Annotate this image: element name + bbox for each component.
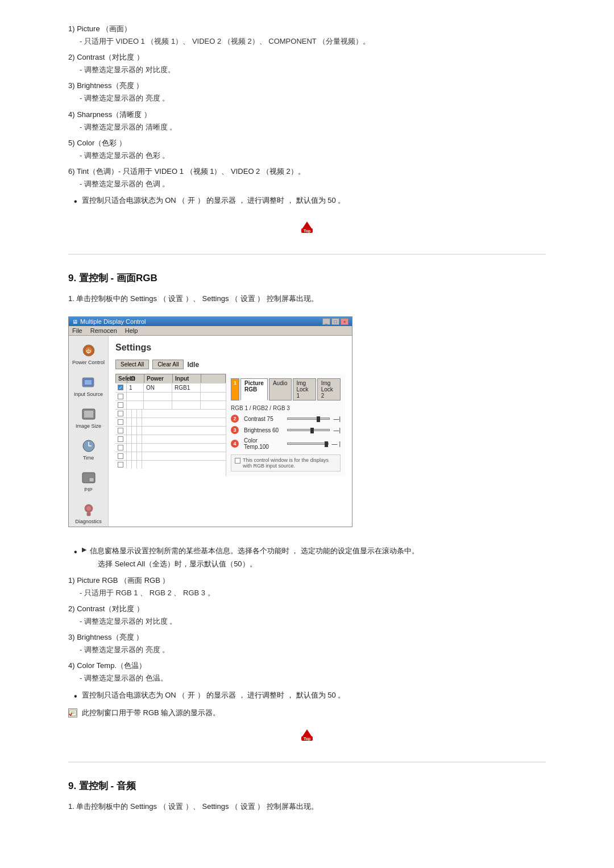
nav-diagnostics-label: Diagnostics xyxy=(75,519,102,524)
cell-check-1[interactable]: ✓ xyxy=(115,383,127,392)
svg-rect-17 xyxy=(87,512,90,516)
cell-id-3 xyxy=(127,401,144,409)
right-panel: 1 Picture RGB Audio Img Lock 1 Img Lock … xyxy=(226,374,345,476)
contrast-end: —| xyxy=(333,416,341,422)
svg-point-16 xyxy=(86,506,91,511)
rgb-item-4-sub: - 调整选定显示器的 色温。 xyxy=(80,672,546,685)
nav-image-size[interactable]: Image Size xyxy=(74,404,102,431)
close-button[interactable]: × xyxy=(341,318,349,325)
colortemp-slider-row: 4 Color Temp.100 — | xyxy=(231,437,341,450)
table-row xyxy=(115,400,226,409)
nav-diagnostics[interactable]: Diagnostics xyxy=(74,499,103,527)
maximize-button[interactable]: □ xyxy=(331,318,339,325)
cell-check-8[interactable] xyxy=(115,444,127,452)
nav-input-source[interactable]: Input Source xyxy=(73,372,104,399)
cell-check-3[interactable] xyxy=(115,401,127,409)
brightness-label: Brightness 60 xyxy=(244,427,284,433)
table-row xyxy=(115,426,226,435)
svg-marker-1 xyxy=(302,222,312,228)
list-item-1: 1) Picture （画面） - 只适用于 VIDEO 1 （视频 1）、 V… xyxy=(68,23,546,48)
info-text: This control window is for the displays … xyxy=(243,457,337,469)
tab-img-lock-2[interactable]: Img Lock 2 xyxy=(317,378,341,400)
contrast-label: Contrast 75 xyxy=(244,416,284,422)
rgb-item-4: 4) Color Temp.（色温） - 调整选定显示器的 色温。 xyxy=(68,660,546,685)
rgb-item-3: 3) Brightness（亮度 ） - 调整选定显示器的 亮度 。 xyxy=(68,631,546,656)
cell-input-1: RGB1 xyxy=(172,383,201,392)
power-icon: ⏻ xyxy=(81,343,97,358)
cell-check-4[interactable] xyxy=(115,410,127,418)
table-row xyxy=(115,460,226,469)
svg-marker-22 xyxy=(302,729,312,736)
colortemp-badge: 4 xyxy=(231,440,239,448)
input-source-icon xyxy=(80,374,96,390)
window-body: ⏻ Power Control Input Source xyxy=(69,336,352,527)
colortemp-end: — | xyxy=(332,441,341,447)
nav-pip-label: PIP xyxy=(84,487,93,493)
svg-text:Top: Top xyxy=(304,737,310,741)
section9b-title: 9. 置控制 - 音频 xyxy=(68,779,546,792)
bullet-text-2: 置控制只适合电源状态为 ON （ 开 ） 的显示器 ， 进行调整时 ， 默认值为… xyxy=(82,688,346,702)
tri-icon: ▶ xyxy=(82,544,86,556)
select-all-button[interactable]: Select All xyxy=(115,360,149,369)
list-item-3: 3) Brightness（亮度 ） - 调整选定显示器的 亮度 。 xyxy=(68,80,546,105)
settings-heading: Settings xyxy=(115,343,345,353)
tab-audio[interactable]: Audio xyxy=(269,378,292,400)
item-num: 3) Brightness（亮度 ） xyxy=(68,81,143,90)
section1: 1) Picture （画面） - 只适用于 VIDEO 1 （视频 1）、 V… xyxy=(68,23,546,237)
clear-all-button[interactable]: Clear All xyxy=(152,360,184,369)
brightness-slider[interactable] xyxy=(287,429,330,431)
top-button-2[interactable]: Top xyxy=(299,727,315,743)
top-icon-2: Top xyxy=(299,727,315,743)
tab-picture-num: 1 xyxy=(231,378,239,400)
rgb-item-4-label: 4) Color Temp.（色温） xyxy=(68,661,146,670)
table-row xyxy=(115,452,226,460)
menu-file[interactable]: File xyxy=(72,327,82,334)
divider-1 xyxy=(68,254,546,254)
rgb-label: RGB 1 / RGB2 / RGB 3 xyxy=(231,405,341,411)
rgb-item-2: 2) Contrast（对比度 ） - 调整选定显示器的 对比度 。 xyxy=(68,603,546,628)
section9a: 9. 置控制 - 画面RGB 1. 单击控制板中的 Settings （ 设置 … xyxy=(68,272,546,745)
main-content: Settings Select All Clear All Idle Selec… xyxy=(109,336,352,527)
colortemp-slider[interactable] xyxy=(287,443,329,445)
contrast-slider[interactable] xyxy=(287,418,330,420)
window-title-text: Multiple Display Control xyxy=(80,318,146,325)
brightness-end: —| xyxy=(333,427,341,433)
page: 1) Picture （画面） - 只适用于 VIDEO 1 （视频 1）、 V… xyxy=(0,0,614,853)
menu-remocen[interactable]: Remocen xyxy=(90,327,117,334)
window-title: 🖥 Multiple Display Control xyxy=(72,318,146,325)
table-row xyxy=(115,392,226,400)
svg-text:Top: Top xyxy=(304,229,310,233)
minimize-button[interactable]: _ xyxy=(322,318,330,325)
window-controls: _ □ × xyxy=(322,318,349,325)
brightness-thumb xyxy=(310,428,314,433)
cell-check-9[interactable] xyxy=(115,452,127,460)
table-row xyxy=(115,435,226,443)
rgb-item-1: 1) Picture RGB （画面 RGB ） - 只适用于 RGB 1 、 … xyxy=(68,574,546,599)
item-sub-2: - 调整选定显示器的 对比度。 xyxy=(80,64,546,76)
nav-pip[interactable]: PIP xyxy=(80,468,98,495)
cell-check-7[interactable] xyxy=(115,435,127,443)
top-btn-container: Top xyxy=(68,219,546,237)
colortemp-label: Color Temp.100 xyxy=(244,437,284,450)
item-num: 2) Contrast（对比度 ） xyxy=(68,53,144,61)
cell-check-6[interactable] xyxy=(115,427,127,435)
cell-check-5[interactable] xyxy=(115,418,127,426)
top-button[interactable]: Top xyxy=(299,219,315,235)
cell-check-2[interactable] xyxy=(115,393,127,400)
table-header: Select ID Power Input xyxy=(115,374,226,383)
rgb-item-2-sub: - 调整选定显示器的 对比度 。 xyxy=(80,615,546,628)
nav-time-label: Time xyxy=(83,455,94,461)
tab-picture-rgb[interactable]: Picture RGB xyxy=(240,378,268,400)
item-num: 4) Sharpness（清晰度 ） xyxy=(68,110,151,119)
window-menubar: File Remocen Help xyxy=(69,326,352,336)
cell-check-10[interactable] xyxy=(115,461,127,469)
sidebar-nav: ⏻ Power Control Input Source xyxy=(69,336,109,527)
menu-help[interactable]: Help xyxy=(125,327,138,334)
bullet-2: 置控制只适合电源状态为 ON （ 开 ） 的显示器 ， 进行调整时 ， 默认值为… xyxy=(74,688,546,705)
section9a-bullets: ▶ 信息窗格显示设置控制所需的某些基本信息。选择各个功能时 ， 选定功能的设定值… xyxy=(68,544,546,571)
section9a-title: 9. 置控制 - 画面RGB xyxy=(68,272,546,285)
tab-img-lock-1[interactable]: Img Lock 1 xyxy=(293,378,316,400)
nav-power-control[interactable]: ⏻ Power Control xyxy=(71,340,106,368)
nav-time[interactable]: Time xyxy=(80,436,98,463)
info-checkbox[interactable] xyxy=(235,458,240,464)
